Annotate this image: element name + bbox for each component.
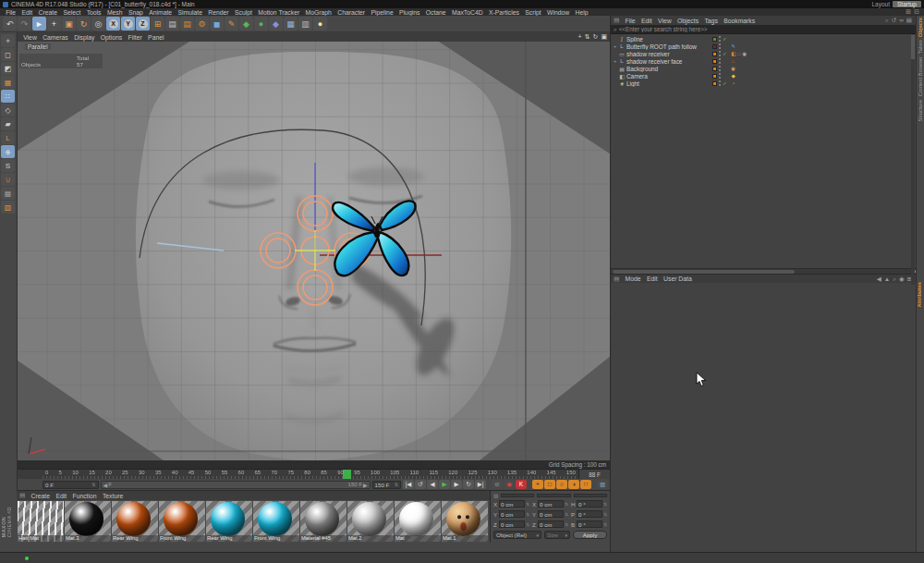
material-menu-item[interactable]: Texture [100,493,127,499]
current-frame-box[interactable]: 88 F [578,470,610,479]
tag-icon[interactable]: ◧ [731,51,736,56]
material-swatch[interactable]: Front Wing [159,501,205,542]
tag-icon[interactable] [742,73,747,79]
coordinate-value[interactable]: 0 ° [577,520,602,528]
panel-tab[interactable]: Takes [917,40,924,54]
play-button[interactable]: ▶ [439,480,450,489]
visibility-dots[interactable] [718,51,722,56]
object-row[interactable]: ☀ Light ✓ ◔ [611,80,924,87]
next-frame-button[interactable]: ▶ [451,480,462,489]
layout-dropdown[interactable]: Startup [893,1,921,7]
menu-item[interactable]: Select [60,9,83,16]
menu-item[interactable]: Script [522,9,544,16]
search-icon[interactable]: ⌕ [893,275,896,283]
menu-item[interactable]: MoGraph [302,9,334,16]
tag-icon[interactable]: ∷ [731,58,736,64]
modifiers-menu[interactable]: ● [254,17,268,31]
visibility-dots[interactable] [718,43,722,49]
viewport-menu-item[interactable]: Display [71,34,98,41]
undo-button[interactable]: ↶ [3,17,17,31]
enabled-check-icon[interactable]: ✓ [723,51,728,56]
object-manager-menu-item[interactable]: View [655,18,675,24]
menu-item[interactable]: Animate [146,9,175,16]
object-manager-menu-item[interactable]: File [622,18,638,24]
enable-toggle[interactable] [712,67,717,71]
live-selection-tool[interactable]: ► [32,17,46,31]
timeline-ruler[interactable]: 0510152025303540455055606570758085909510… [18,469,610,479]
key-pla-button[interactable]: ∷ [580,480,591,489]
material-swatch[interactable]: Mat.2 [347,501,394,542]
menu-item[interactable]: Sculpt [232,9,255,16]
key-scale-button[interactable]: □ [544,480,555,489]
scroll-left-icon[interactable]: ◀ [103,482,108,488]
stepper-icon[interactable]: ⇅ [603,512,607,517]
menu-item[interactable]: Pipeline [368,9,396,16]
points-mode[interactable]: ∷ [1,90,15,103]
goto-end-button[interactable]: ▶| [475,480,486,489]
tag-icon[interactable]: ◆ [731,73,736,79]
render-view-button[interactable]: ▤ [165,17,179,31]
tag-icon[interactable] [736,58,741,64]
object-name[interactable]: Light [626,80,711,87]
tag-icon[interactable] [742,58,747,64]
autokey-button[interactable]: K [516,480,527,489]
menu-item[interactable]: MaxToC4D [449,9,486,16]
menu-item[interactable]: Tools [83,9,103,16]
coordinate-mode-dropdown[interactable]: Object (Rel) [493,531,541,539]
stepper-icon[interactable]: ⇅ [565,512,568,517]
object-row[interactable]: ▤ Background ◉ [611,65,924,72]
coordinate-value[interactable]: 0 cm [538,510,564,518]
menu-item[interactable]: Motion Tracker [255,9,302,16]
texture-mode[interactable]: ◩ [1,62,15,75]
tag-icon[interactable] [742,66,747,71]
redo-button[interactable]: ↷ [18,17,31,31]
coordinate-value[interactable]: 0 ° [577,500,602,508]
menu-item[interactable]: File [3,9,18,16]
scene-camera-menu[interactable]: ▥ [298,17,312,31]
material-swatch[interactable]: Front Wing [253,501,299,542]
object-row[interactable]: ◧ Camera ◆ [611,72,924,80]
material-swatch[interactable]: Material #45 [300,501,346,542]
menu-item[interactable]: Create [35,9,60,16]
position-dropdown[interactable] [501,494,534,497]
tag-icon[interactable] [736,43,741,49]
toggle-panel-icon[interactable]: ▣ [601,33,607,41]
visibility-dots[interactable] [718,36,722,42]
object-tags[interactable]: ◧ ∷ ◉ [731,51,747,56]
tag-icon[interactable]: ∷ [736,51,741,56]
range-start-field[interactable]: 0 F [43,481,99,489]
object-tags[interactable]: ◔ [731,80,747,86]
expand-icon[interactable]: + [613,43,617,49]
enable-toggle[interactable] [712,37,717,42]
menu-item[interactable]: Help [572,9,590,16]
enabled-check-icon[interactable]: ✓ [723,36,728,42]
sculpt-mode[interactable]: ✦ [1,34,15,47]
material-swatch[interactable]: Rear Wing [206,501,252,542]
object-manager-menu-item[interactable]: Tags [701,18,721,24]
stepper-icon[interactable]: ⇅ [603,522,607,527]
material-swatch[interactable]: Mat.1 [442,501,488,542]
environment-menu[interactable]: ▦ [284,17,298,31]
viewport-menu-item[interactable]: Panel [145,34,167,41]
snap-toggle[interactable]: S [1,159,15,172]
magnet-tool[interactable]: ∪ [1,173,15,186]
coordinate-field[interactable]: X 0 cm ⇅ [532,499,568,508]
key-parameter-button[interactable]: ◑ [568,480,579,489]
stepper-icon[interactable]: ⇅ [526,522,529,527]
object-name[interactable]: Background [626,66,711,72]
coordinate-field[interactable]: Z 0 cm ⇅ [493,520,529,529]
material-swatch[interactable]: Hair Mat [18,501,64,542]
object-manager-menu-item[interactable]: Objects [675,18,701,24]
visibility-dots[interactable] [718,58,722,64]
object-tags[interactable]: ∷ [731,58,747,64]
visibility-dots[interactable] [718,66,722,71]
generators-menu[interactable]: ◆ [239,17,253,31]
object-manager-menu-item[interactable]: Edit [638,18,655,24]
visibility-dots[interactable] [718,73,722,79]
enable-toggle[interactable] [712,44,717,49]
stepper-icon[interactable]: ⇅ [565,522,568,527]
tag-icon[interactable] [736,73,741,79]
coordinate-value[interactable]: 0 cm [538,500,564,508]
stepper-icon[interactable]: ⇅ [526,512,529,517]
locked-workplane-mode[interactable]: ▧ [1,201,15,214]
